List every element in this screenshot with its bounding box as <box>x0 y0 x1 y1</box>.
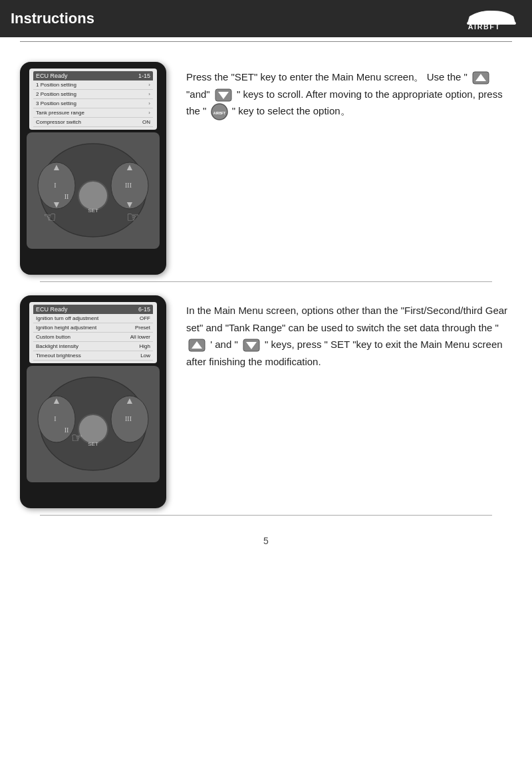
screen-row-4: Tank pressure range› <box>33 108 153 118</box>
svg-text:SET: SET <box>88 208 98 214</box>
svg-text:II: II <box>65 193 69 200</box>
svg-text:☞: ☞ <box>71 430 83 445</box>
screen-row-2: 2 Position setting› <box>33 90 153 99</box>
main-content: ECU Ready 1-15 1 Position setting› 2 Pos… <box>0 42 532 566</box>
screen-page-2: 6-15 <box>138 306 150 313</box>
screen-row-1: 1 Position setting› <box>33 80 153 90</box>
controller-graphic-2: I II III SET ☞ ▲ ▲ <box>27 366 160 482</box>
section-2: ECU Ready 6-15 Ignition turn off adjustm… <box>20 295 512 508</box>
down-arrow-icon-2 <box>242 338 261 353</box>
screen-row-3: 3 Position setting› <box>33 99 153 108</box>
svg-text:I: I <box>54 182 56 189</box>
svg-text:AIRBFT: AIRBFT <box>468 23 501 31</box>
up-arrow-icon <box>471 71 490 85</box>
controller-svg-2: I II III SET ☞ ▲ ▲ <box>30 369 156 479</box>
section-1: ECU Ready 1-15 1 Position setting› 2 Pos… <box>20 62 512 275</box>
screen-status-1: ECU Ready <box>36 73 68 79</box>
controller-graphic-1: I II III SET ☜ ☞ ▲ ▼ ▲ ▼ <box>27 132 160 249</box>
screen2-row-3: Custom buttonAll lower <box>33 333 153 342</box>
airbft-logo: AIRBFT <box>462 7 521 31</box>
up-arrow-icon-2 <box>188 338 206 353</box>
svg-text:AIRBFT: AIRBFT <box>213 111 225 115</box>
svg-text:▲: ▲ <box>52 162 61 172</box>
airbft-button-icon: AIRBFT <box>211 103 228 120</box>
screen-status-2: ECU Ready <box>36 306 68 313</box>
svg-text:▲: ▲ <box>125 162 134 172</box>
screen2-row-2: Ignition height adjustmentPreset <box>33 323 153 333</box>
screen-row-5: Compressor switchON <box>33 118 153 127</box>
logo-area: AIRBFT <box>462 7 521 31</box>
screen-header-2: ECU Ready 6-15 <box>33 305 153 314</box>
device-mockup-1: ECU Ready 1-15 1 Position setting› 2 Pos… <box>20 62 166 275</box>
svg-text:▼: ▼ <box>52 199 61 210</box>
svg-text:☜: ☜ <box>43 209 57 226</box>
down-arrow-icon <box>214 88 233 102</box>
page-footer: 5 <box>20 522 512 553</box>
svg-text:I: I <box>54 415 56 422</box>
section-separator-1 <box>40 281 492 282</box>
device-screen-1: ECU Ready 1-15 1 Position setting› 2 Pos… <box>29 69 157 130</box>
svg-text:II: II <box>65 426 69 434</box>
device-image-1: ECU Ready 1-15 1 Position setting› 2 Pos… <box>20 62 166 275</box>
page-title: Instructions <box>11 10 94 27</box>
section-1-paragraph: Press the "SET" key to enter the Main Me… <box>186 69 512 120</box>
svg-text:III: III <box>125 415 132 422</box>
section-separator-2 <box>40 515 492 516</box>
device-mockup-2: ECU Ready 6-15 Ignition turn off adjustm… <box>20 295 166 508</box>
page-header: Instructions AIRBFT <box>0 0 532 37</box>
controller-svg-1: I II III SET ☜ ☞ ▲ ▼ ▲ ▼ <box>30 136 156 245</box>
svg-text:☞: ☞ <box>126 209 140 226</box>
svg-text:▼: ▼ <box>125 199 134 210</box>
section-2-paragraph: In the Main Menu screen, options other t… <box>186 302 512 370</box>
screen2-row-4: Backlight intensityHigh <box>33 342 153 351</box>
screen-page-1: 1-15 <box>138 73 150 79</box>
section-2-text: In the Main Menu screen, options other t… <box>186 295 512 375</box>
screen-header-1: ECU Ready 1-15 <box>33 71 153 80</box>
device-screen-2: ECU Ready 6-15 Ignition turn off adjustm… <box>29 302 157 363</box>
page-number: 5 <box>263 536 269 546</box>
svg-text:▲: ▲ <box>125 395 134 406</box>
screen2-row-5: Timeout brightnessLow <box>33 351 153 361</box>
svg-text:SET: SET <box>88 441 98 447</box>
svg-text:III: III <box>125 182 132 189</box>
svg-text:▲: ▲ <box>52 395 61 406</box>
device-image-2: ECU Ready 6-15 Ignition turn off adjustm… <box>20 295 166 508</box>
section-1-text: Press the "SET" key to enter the Main Me… <box>186 62 512 126</box>
screen2-row-1: Ignition turn off adjustmentOFF <box>33 314 153 323</box>
svg-point-5 <box>78 181 108 210</box>
